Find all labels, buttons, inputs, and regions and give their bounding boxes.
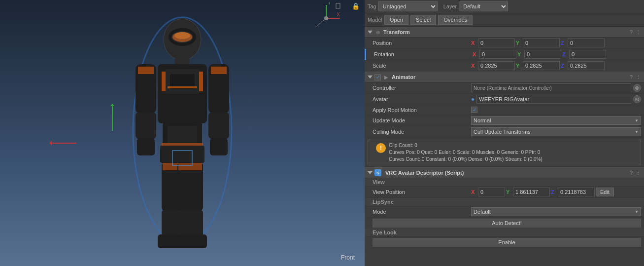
svg-point-5 — [174, 32, 190, 39]
animator-icon: ▶ — [383, 74, 390, 80]
culling-mode-arrow: ▼ — [635, 130, 639, 134]
view-position-edit-button[interactable]: Edit — [596, 188, 614, 196]
transform-help-icons: ? ⋮ — [630, 29, 641, 36]
info-text-content: Clip Count: 0 Curves Pos: 0 Quat: 0 Eule… — [389, 142, 542, 163]
robot-character — [108, 10, 256, 252]
vrc-section-header[interactable]: S VRC Avatar Descriptor (Script) ? ⋮ — [365, 167, 644, 178]
animator-title: Animator — [392, 74, 415, 80]
scale-y-field: Y — [516, 61, 560, 70]
vrc-script-icon: S — [374, 169, 381, 176]
position-row: Position X Y Z — [365, 38, 644, 49]
svg-rect-22 — [211, 67, 227, 74]
transform-help-icon[interactable]: ? — [630, 29, 633, 36]
svg-text:X: X — [337, 12, 340, 17]
rotation-x-label: X — [473, 51, 478, 57]
scale-z-field: Z — [561, 61, 605, 70]
vrc-title: VRC Avatar Descriptor (Script) — [385, 170, 464, 176]
update-mode-value: Normal ▼ — [471, 116, 641, 125]
avatar-label: Avatar — [373, 96, 471, 102]
lipsync-mode-dropdown[interactable]: Default ▼ — [471, 207, 641, 216]
view-position-values: X Y Z Edit — [471, 188, 641, 196]
culling-mode-label: Culling Mode — [373, 129, 471, 135]
transform-expand-icon — [368, 31, 373, 34]
update-mode-text: Normal — [474, 117, 491, 123]
svg-rect-12 — [168, 86, 197, 88]
scale-x-label: X — [471, 63, 477, 69]
controller-value: None (Runtime Animator Controller) ◎ — [471, 83, 641, 92]
culling-mode-text: Cull Update Transforms — [474, 129, 531, 135]
animator-settings-icon[interactable]: ⋮ — [636, 74, 641, 80]
view-label: Front — [341, 254, 355, 261]
view-pos-z-input[interactable] — [558, 188, 595, 196]
position-label: Position — [373, 40, 471, 46]
view-pos-y-input[interactable] — [513, 188, 550, 196]
info-line3: Curves Count: 0 Constant: 0 (0.0%) Dense… — [389, 156, 542, 163]
position-x-label: X — [471, 40, 477, 46]
select-button[interactable]: Select — [410, 15, 437, 25]
svg-rect-16 — [160, 146, 204, 163]
rotation-y-label: Y — [517, 51, 523, 57]
animator-enabled-checkbox[interactable]: ✓ — [374, 74, 381, 80]
rotation-label: Rotation — [374, 51, 473, 57]
layer-label: Layer — [443, 3, 457, 9]
svg-rect-32 — [177, 234, 207, 248]
svg-marker-37 — [110, 104, 114, 106]
animator-section-header[interactable]: ✓ ▶ Animator ? ⋮ — [365, 72, 644, 82]
position-x-field: X — [471, 38, 515, 47]
avatar-field[interactable]: WEEYER RIGAvatar — [476, 95, 631, 104]
view-sub-section: View — [365, 178, 644, 187]
animator-info-box: ! Clip Count: 0 Curves Pos: 0 Quat: 0 Eu… — [368, 140, 641, 165]
3d-viewport[interactable]: Y X Front 🔒 — [0, 0, 365, 266]
overrides-button[interactable]: Overrides — [438, 15, 473, 25]
transform-section-header[interactable]: ⊕ Transform ? ⋮ — [365, 27, 644, 38]
tag-layer-row: Tag Untagged Layer Default — [365, 0, 644, 13]
svg-rect-44 — [336, 3, 340, 8]
vrc-settings-icon[interactable]: ⋮ — [636, 170, 641, 176]
apply-root-motion-label: Apply Root Motion — [373, 107, 471, 113]
lock-icon[interactable]: 🔒 — [352, 2, 360, 10]
svg-rect-23 — [208, 112, 229, 139]
svg-rect-24 — [210, 138, 228, 155]
enable-button[interactable]: Enable — [373, 238, 641, 247]
view-pos-x-label: X — [471, 189, 477, 195]
view-pos-y-label: Y — [506, 189, 512, 195]
scale-y-label: Y — [516, 63, 522, 69]
svg-rect-31 — [177, 210, 203, 237]
transform-settings-icon[interactable]: ⋮ — [636, 29, 641, 36]
position-x-input[interactable] — [478, 38, 515, 47]
layer-dropdown[interactable]: Default — [459, 1, 508, 11]
eye-look-sub-section: Eye Look — [365, 228, 644, 237]
lipsync-mode-row: Mode Default ▼ — [365, 206, 644, 218]
vrc-help-icon[interactable]: ? — [630, 170, 633, 176]
controller-select-btn[interactable]: ◎ — [633, 84, 641, 92]
position-y-input[interactable] — [523, 38, 560, 47]
svg-point-43 — [324, 16, 328, 20]
controller-field[interactable]: None (Runtime Animator Controller) — [471, 83, 631, 92]
rotation-y-input[interactable] — [524, 50, 561, 59]
update-mode-dropdown[interactable]: Normal ▼ — [471, 116, 641, 125]
scale-x-input[interactable] — [478, 61, 515, 70]
scale-z-input[interactable] — [568, 61, 605, 70]
tag-dropdown[interactable]: Untagged — [378, 1, 438, 11]
model-label: Model — [368, 17, 382, 23]
avatar-value: ● WEEYER RIGAvatar ◎ — [471, 95, 641, 104]
view-pos-x-field: X — [471, 188, 505, 196]
animator-help-icon[interactable]: ? — [630, 74, 633, 80]
vrc-expand-icon — [368, 171, 373, 174]
avatar-select-btn[interactable]: ◎ — [633, 95, 641, 103]
view-pos-z-label: Z — [551, 189, 557, 195]
info-warning-icon: ! — [376, 143, 386, 153]
scale-y-input[interactable] — [523, 61, 560, 70]
view-pos-x-input[interactable] — [478, 188, 505, 196]
position-z-field: Z — [561, 38, 605, 47]
rotation-z-input[interactable] — [569, 50, 606, 59]
position-z-label: Z — [561, 40, 567, 46]
apply-root-motion-value: ✓ — [471, 107, 641, 113]
rotation-x-input[interactable] — [479, 50, 516, 59]
position-z-input[interactable] — [568, 38, 605, 47]
apply-root-motion-checkbox[interactable]: ✓ — [471, 107, 477, 113]
open-button[interactable]: Open — [384, 15, 408, 25]
svg-line-42 — [315, 18, 326, 27]
auto-detect-button[interactable]: Auto Detect! — [373, 219, 641, 228]
culling-mode-dropdown[interactable]: Cull Update Transforms ▼ — [471, 127, 641, 136]
